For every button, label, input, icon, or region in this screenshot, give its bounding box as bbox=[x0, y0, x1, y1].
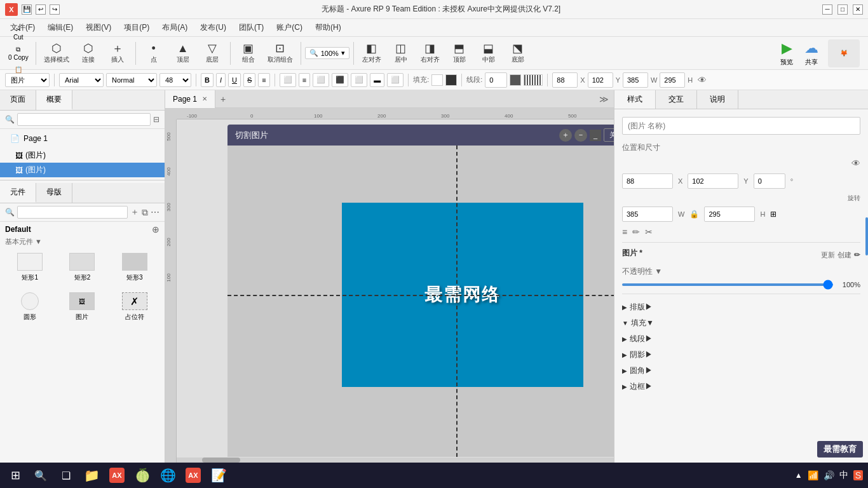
align-justify-button[interactable]: ⬛ bbox=[332, 73, 348, 87]
canvas-scrollbar-x[interactable] bbox=[177, 458, 614, 463]
corner-section[interactable]: ▶ 圆角▶ bbox=[622, 363, 860, 379]
preview-button[interactable]: ▶ 预览 bbox=[775, 37, 798, 69]
slice-minus-button[interactable]: － bbox=[574, 129, 587, 142]
list-button[interactable]: ≡ bbox=[258, 73, 269, 87]
fit-size-icon[interactable]: ⊞ bbox=[770, 210, 776, 219]
align-right-button[interactable]: ◨ 右对齐 bbox=[416, 41, 444, 66]
opacity-slider[interactable] bbox=[622, 283, 833, 286]
align-left-text-button[interactable]: ⬜ bbox=[280, 73, 296, 87]
tab-desc[interactable]: 说明 bbox=[697, 90, 738, 109]
add-comp-icon[interactable]: ＋ bbox=[130, 207, 139, 218]
menu-project[interactable]: 项目(P) bbox=[119, 21, 154, 34]
axure-taskbar-button[interactable]: AX bbox=[107, 465, 127, 485]
visibility-toggle[interactable]: 👁 bbox=[851, 158, 860, 168]
line-section[interactable]: ▶ 线段▶ bbox=[622, 331, 860, 347]
save-btn[interactable]: 💾 bbox=[22, 4, 32, 15]
tab-page[interactable]: 页面 bbox=[0, 90, 36, 110]
systray-arrow[interactable]: ▲ bbox=[795, 471, 803, 480]
h-size-input[interactable] bbox=[704, 207, 755, 222]
explorer-button[interactable]: 📁 bbox=[81, 465, 102, 485]
y-coord-input[interactable] bbox=[588, 72, 613, 88]
melon-taskbar-button[interactable]: 🍈 bbox=[132, 465, 153, 485]
tab-masters[interactable]: 母版 bbox=[36, 183, 72, 203]
width-coord-input[interactable] bbox=[623, 72, 648, 88]
bottom-button[interactable]: ▽ 底层 bbox=[198, 41, 226, 66]
minimize-btn[interactable]: ─ bbox=[822, 4, 832, 15]
element-item-1[interactable]: 🖼 (图片) bbox=[0, 148, 165, 163]
create-label[interactable]: 创建 bbox=[837, 250, 851, 260]
shadow-section[interactable]: ▶ 阴影▶ bbox=[622, 347, 860, 363]
point-button[interactable]: • 点 bbox=[140, 41, 168, 66]
element-type-select[interactable]: 图片 bbox=[5, 73, 50, 87]
top-button[interactable]: ▲ 顶层 bbox=[169, 41, 197, 66]
maximize-btn[interactable]: □ bbox=[837, 4, 848, 15]
zoom-control[interactable]: 🔍 100% ▾ bbox=[305, 47, 349, 59]
volume-icon[interactable]: 🔊 bbox=[824, 470, 834, 480]
menu-account[interactable]: 账户(C) bbox=[271, 21, 308, 34]
tab-interact[interactable]: 交互 bbox=[656, 90, 697, 109]
ungroup-button[interactable]: ⊡ 取消组合 bbox=[264, 41, 297, 66]
redo-btn[interactable]: ↪ bbox=[50, 4, 60, 15]
tab-style[interactable]: 样式 bbox=[614, 90, 656, 109]
fill-color-box[interactable] bbox=[431, 74, 443, 86]
network-icon[interactable]: 📶 bbox=[808, 470, 818, 480]
underline-button[interactable]: U bbox=[228, 73, 241, 87]
copy-comp-icon[interactable]: ⧉ bbox=[142, 207, 148, 218]
menu-team[interactable]: 团队(T) bbox=[234, 21, 269, 34]
crop-icon[interactable]: ✂ bbox=[645, 227, 653, 237]
height-coord-input[interactable] bbox=[660, 72, 685, 88]
component-search-input[interactable] bbox=[17, 206, 128, 219]
x-position-input[interactable] bbox=[622, 173, 673, 189]
lock-ratio-icon[interactable]: 🔒 bbox=[689, 210, 699, 219]
tab-elements[interactable]: 元件 bbox=[0, 183, 36, 203]
search-button[interactable]: 🔍 bbox=[31, 465, 51, 485]
element-name-input[interactable] bbox=[622, 117, 860, 135]
italic-button[interactable]: I bbox=[216, 73, 226, 87]
font-family-select[interactable]: Arial bbox=[59, 73, 104, 87]
visibility-eye-icon[interactable]: 👁 bbox=[698, 75, 707, 85]
align-center-button[interactable]: ◫ 居中 bbox=[387, 41, 415, 66]
axure2-taskbar-button[interactable]: AX bbox=[183, 465, 203, 485]
share-button[interactable]: ☁ 共享 bbox=[799, 37, 824, 69]
undo-btn[interactable]: ↩ bbox=[36, 4, 46, 15]
font-size-select[interactable]: 48 bbox=[159, 73, 191, 87]
right-scrollbar[interactable] bbox=[865, 217, 868, 255]
strikethrough-button[interactable]: S bbox=[243, 73, 255, 87]
group-expand-icon[interactable]: ⊕ bbox=[152, 224, 159, 234]
browser-taskbar-button[interactable]: 🌐 bbox=[158, 465, 178, 485]
scrollbar-thumb-x[interactable] bbox=[202, 458, 240, 463]
menu-help[interactable]: 帮助(H) bbox=[310, 21, 346, 34]
update-label[interactable]: 更新 bbox=[821, 250, 835, 260]
filter-icon[interactable]: ⊟ bbox=[153, 115, 159, 124]
menu-publish[interactable]: 发布(U) bbox=[195, 21, 231, 34]
fill-section[interactable]: ▼ 填充▼ bbox=[622, 315, 860, 331]
slice-collapse-button[interactable]: _ bbox=[590, 130, 601, 141]
taskview-button[interactable]: ❑ bbox=[56, 465, 76, 485]
menu-edit[interactable]: 编辑(E) bbox=[43, 21, 78, 34]
add-tab-button[interactable]: + bbox=[215, 94, 231, 104]
bold-button[interactable]: B bbox=[201, 73, 214, 87]
border-section[interactable]: ▶ 边框▶ bbox=[622, 379, 860, 395]
copy-button[interactable]: ⧉ 0 Copy bbox=[5, 44, 32, 63]
note-taskbar-button[interactable]: 📝 bbox=[208, 465, 229, 485]
menu-view[interactable]: 视图(V) bbox=[81, 21, 116, 34]
canvas-tab-page1[interactable]: Page 1 ✕ bbox=[165, 90, 215, 108]
align-left-button[interactable]: ◧ 左对齐 bbox=[358, 41, 386, 66]
canvas-more-icon[interactable]: ≫ bbox=[599, 94, 609, 104]
line-width-input[interactable] bbox=[485, 72, 507, 88]
edit-icon[interactable]: ✏ bbox=[632, 227, 640, 237]
element-item-2[interactable]: 🖼 (图片) bbox=[0, 163, 165, 177]
image-edit-icon[interactable]: ✏ bbox=[854, 250, 860, 260]
connect-button[interactable]: ⬡ 连接 bbox=[74, 41, 102, 66]
group-button[interactable]: ▣ 组合 bbox=[234, 41, 262, 66]
fill-color-black[interactable] bbox=[445, 74, 457, 86]
align-v-middle-button[interactable]: ▬ bbox=[370, 73, 384, 87]
align-v-bottom-button[interactable]: ⬜ bbox=[387, 73, 403, 87]
rotate-input[interactable] bbox=[754, 173, 785, 189]
x-coord-input[interactable] bbox=[552, 72, 578, 88]
font-style-select[interactable]: Normal bbox=[106, 73, 157, 87]
comp-circle[interactable]: 圆形 bbox=[5, 288, 55, 325]
align-v-top-button[interactable]: ⬜ bbox=[351, 73, 367, 87]
align-icon[interactable]: ≡ bbox=[622, 227, 627, 237]
comp-rect2[interactable]: 矩形2 bbox=[57, 249, 107, 286]
